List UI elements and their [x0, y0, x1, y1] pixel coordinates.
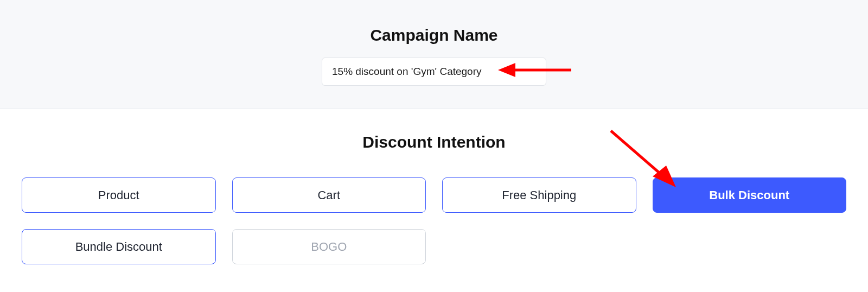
- option-cart[interactable]: Cart: [232, 177, 426, 213]
- discount-intention-section: Discount Intention Product Cart Free Shi…: [0, 109, 868, 286]
- option-bulk-discount[interactable]: Bulk Discount: [653, 177, 847, 213]
- campaign-name-input[interactable]: [322, 58, 546, 86]
- option-product[interactable]: Product: [22, 177, 216, 213]
- option-bogo[interactable]: BOGO: [232, 229, 426, 264]
- discount-intention-heading: Discount Intention: [22, 133, 846, 151]
- option-bundle-discount[interactable]: Bundle Discount: [22, 229, 216, 264]
- campaign-name-heading: Campaign Name: [0, 26, 868, 45]
- campaign-name-section: Campaign Name: [0, 0, 868, 109]
- discount-options-grid: Product Cart Free Shipping Bulk Discount…: [22, 177, 846, 264]
- option-free-shipping[interactable]: Free Shipping: [442, 177, 636, 213]
